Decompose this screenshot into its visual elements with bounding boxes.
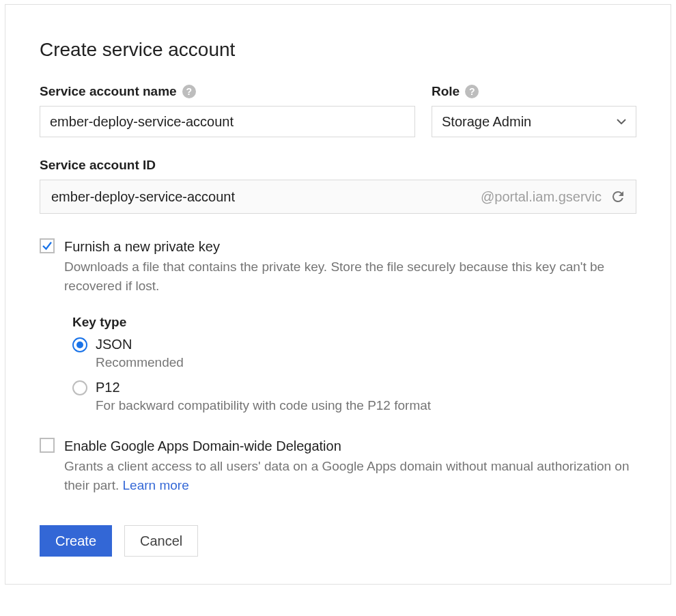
delegation-text: Enable Google Apps Domain-wide Delegatio… bbox=[64, 436, 636, 495]
delegation-desc: Grants a client access to all users' dat… bbox=[64, 457, 636, 495]
caret-down-icon bbox=[617, 119, 626, 124]
role-label: Role bbox=[432, 84, 460, 99]
key-type-p12-sub: For backward compatibility with code usi… bbox=[96, 398, 636, 413]
key-type-json-radio[interactable] bbox=[72, 337, 87, 352]
delegation-checkbox[interactable] bbox=[40, 438, 55, 453]
key-type-label: Key type bbox=[72, 315, 636, 330]
dialog-title: Create service account bbox=[40, 39, 636, 61]
delegation-title: Enable Google Apps Domain-wide Delegatio… bbox=[64, 436, 636, 456]
role-field: Role ? Storage Admin bbox=[432, 84, 636, 137]
service-account-id-field: Service account ID @portal.iam.gservic bbox=[40, 158, 636, 214]
field-label-row: Role ? bbox=[432, 84, 636, 99]
furnish-key-checkbox[interactable] bbox=[40, 238, 55, 253]
key-type-json-row[interactable]: JSON bbox=[72, 337, 636, 352]
key-type-json-sub: Recommended bbox=[96, 355, 636, 370]
service-account-id-input-wrap: @portal.iam.gservic bbox=[40, 180, 636, 214]
help-icon[interactable]: ? bbox=[465, 85, 479, 98]
role-select-value: Storage Admin bbox=[442, 114, 531, 130]
service-account-name-input[interactable] bbox=[40, 106, 415, 137]
key-type-block: Key type JSON Recommended P12 For backwa… bbox=[72, 315, 636, 413]
furnish-key-title: Furnish a new private key bbox=[64, 237, 636, 256]
service-account-id-label: Service account ID bbox=[40, 158, 156, 173]
delegation-option: Enable Google Apps Domain-wide Delegatio… bbox=[40, 436, 636, 495]
role-select[interactable]: Storage Admin bbox=[432, 106, 636, 137]
furnish-key-option: Furnish a new private key Downloads a fi… bbox=[40, 237, 636, 296]
furnish-key-desc: Downloads a file that contains the priva… bbox=[64, 257, 636, 296]
create-service-account-dialog: Create service account Service account n… bbox=[5, 4, 671, 585]
key-type-p12-row[interactable]: P12 bbox=[72, 380, 636, 395]
key-type-p12-radio[interactable] bbox=[72, 380, 87, 395]
cancel-button[interactable]: Cancel bbox=[124, 525, 198, 557]
refresh-icon[interactable] bbox=[610, 188, 626, 205]
help-icon[interactable]: ? bbox=[182, 85, 196, 98]
field-label-row: Service account name ? bbox=[40, 84, 415, 99]
service-account-name-field: Service account name ? bbox=[40, 84, 415, 137]
service-account-id-input[interactable] bbox=[50, 188, 481, 206]
key-type-json-label: JSON bbox=[96, 337, 132, 352]
button-row: Create Cancel bbox=[40, 525, 636, 557]
field-label-row: Service account ID bbox=[40, 158, 636, 173]
service-account-id-suffix: @portal.iam.gservic bbox=[481, 189, 602, 205]
top-row: Service account name ? Role ? Storage Ad… bbox=[40, 84, 636, 137]
furnish-key-text: Furnish a new private key Downloads a fi… bbox=[64, 237, 636, 296]
key-type-p12-label: P12 bbox=[96, 380, 120, 395]
create-button[interactable]: Create bbox=[40, 525, 112, 557]
learn-more-link[interactable]: Learn more bbox=[123, 478, 189, 492]
service-account-name-label: Service account name bbox=[40, 84, 177, 99]
